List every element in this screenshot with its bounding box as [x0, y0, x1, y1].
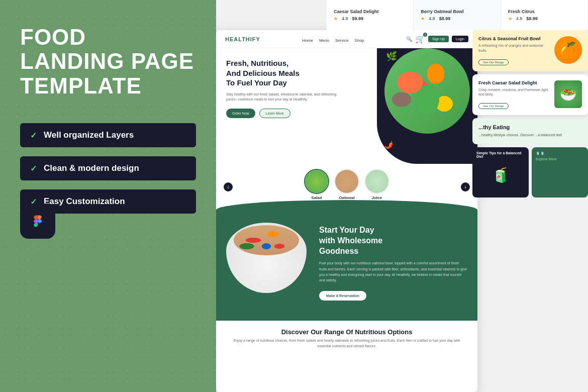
- caesar-info: Fresh Caesar Salad Delight Crisp romaine…: [478, 80, 549, 110]
- navbar: HEALTHIFY Home Menu Service Shop 🔍 🛒 3 S…: [216, 30, 477, 48]
- nav-actions: 🔍 🛒 3 Sign Up Login: [406, 34, 468, 44]
- food-img-juice: [364, 169, 389, 194]
- order-now-button[interactable]: Order Now: [226, 109, 255, 118]
- hero-buttons: Order Now Learn More: [226, 109, 337, 118]
- right-area: Caesar Salad Delight ★ 4.8 $9.99 Berry O…: [216, 0, 588, 392]
- healthy-section: ...thy Eating ...healthy lifestyle choic…: [472, 118, 588, 144]
- nav-links: Home Menu Service Shop: [303, 35, 364, 44]
- top-card-citrus-bottom: ★ 4.8 $8.99: [508, 16, 580, 21]
- citrus-image: 🍊: [554, 36, 582, 64]
- login-button[interactable]: Login: [452, 36, 468, 42]
- healthy-text: ...healthy lifestyle choices. Discover .…: [478, 133, 582, 138]
- top-card-caesar-title: Caesar Salad Delight: [334, 9, 406, 14]
- juice-cards: Simple Tips for a Balanced Diet 🧃 🥤🥤 Exp…: [472, 147, 588, 198]
- nav-link-service[interactable]: Service: [335, 38, 349, 43]
- cart-count: 3: [423, 33, 427, 37]
- discover-subtitle: Enjoy a range of nutritious choices, fro…: [226, 338, 467, 349]
- healthy-title: ...thy Eating: [478, 124, 582, 130]
- star-icon-berry: ★: [421, 16, 425, 21]
- top-card-citrus-price: $8.99: [526, 16, 538, 21]
- green-section: Start Your Daywith WholesomeGoodness Fue…: [216, 210, 477, 321]
- explore-more-link[interactable]: Explore More: [536, 157, 584, 161]
- top-card-caesar-rating: 4.8: [342, 16, 348, 21]
- salad-visual: [305, 170, 328, 193]
- feature-item-layers: ✓ Well organized Layers: [20, 123, 196, 147]
- caesar-btn[interactable]: See Our Range: [478, 103, 509, 109]
- citrus-btn[interactable]: See Our Range: [478, 59, 509, 65]
- browser-mockup: HEALTHIFY Home Menu Service Shop 🔍 🛒 3 S…: [216, 30, 477, 392]
- carousel-prev-button[interactable]: ‹: [224, 182, 233, 191]
- bowl-visual: [226, 223, 307, 293]
- signup-button[interactable]: Sign Up: [428, 36, 449, 42]
- top-card-citrus-rating: 4.8: [516, 16, 523, 21]
- feature-label-design: Clean & modern design: [44, 163, 139, 173]
- star-icon-citrus: ★: [508, 16, 512, 21]
- food-name-salad: Salad: [311, 195, 322, 200]
- top-card-berry-price: $8.99: [439, 16, 451, 21]
- food-name-oatmeal: Oatmeal: [339, 195, 355, 200]
- hero-salad-image: [382, 48, 472, 149]
- top-card-berry-rating: 4.8: [429, 16, 435, 21]
- feature-item-design: ✓ Clean & modern design: [20, 156, 196, 180]
- search-icon[interactable]: 🔍: [406, 36, 412, 42]
- caesar-image: 🥗: [554, 80, 582, 108]
- citrus-info: Citrus & Seasonal Fruit Bowl A refreshin…: [478, 36, 549, 65]
- oatmeal-bowl: [226, 223, 312, 303]
- top-card-caesar-bottom: ★ 4.8 $9.99: [334, 16, 406, 21]
- chili-decoration: 🌶️: [384, 141, 393, 149]
- green-text: Start Your Daywith WholesomeGoodness Fue…: [319, 223, 467, 301]
- main-title: FOODLANDING PAGETEMPLATE: [20, 25, 196, 98]
- food-card-salad: Salad $3.20: [304, 169, 329, 205]
- food-card-juice: Juice $3.20: [364, 169, 389, 205]
- nav-logo: HEALTHIFY: [225, 36, 260, 42]
- top-cards-strip: Caesar Salad Delight ★ 4.8 $9.99 Berry O…: [327, 0, 588, 30]
- nav-item-home[interactable]: Home: [303, 35, 313, 44]
- feature-label-custom: Easy Customization: [44, 197, 125, 207]
- cart-icon[interactable]: 🛒 3: [415, 34, 425, 44]
- feature-list: ✓ Well organized Layers ✓ Clean & modern…: [20, 123, 196, 214]
- caesar-title: Fresh Caesar Salad Delight: [478, 80, 549, 85]
- hero-subtitle: Stay healthy with our fresh salads, whol…: [226, 92, 337, 103]
- top-card-caesar-price: $9.99: [352, 16, 364, 21]
- discover-section: Discover Our Range Of Nutritious Options…: [216, 321, 477, 356]
- caesar-card: Fresh Caesar Salad Delight Crisp romaine…: [472, 74, 588, 116]
- juice-visual: [365, 170, 388, 193]
- citrus-card: Citrus & Seasonal Fruit Bowl A refreshin…: [472, 30, 588, 71]
- top-card-berry-bottom: ★ 4.8 $8.99: [421, 16, 493, 21]
- green-content: Start Your Daywith WholesomeGoodness Fue…: [226, 223, 467, 303]
- check-icon-design: ✓: [30, 164, 37, 173]
- reservation-button[interactable]: Make A Reservation: [319, 291, 366, 301]
- hero-text: Fresh, Nutritious,And Delicious MealsTo …: [226, 58, 337, 118]
- food-img-oatmeal: [334, 169, 359, 194]
- nav-link-shop[interactable]: Shop: [355, 38, 364, 43]
- green-heading: Start Your Daywith WholesomeGoodness: [319, 225, 467, 256]
- nav-link-menu[interactable]: Menu: [319, 38, 329, 43]
- juice-label: Simple Tips for a Balanced Diet: [476, 151, 525, 158]
- hero-section: 🌿 Fresh, Nutritious,And Delicious MealsT…: [216, 48, 477, 164]
- food-name-juice: Juice: [372, 195, 382, 200]
- juice-visual: 🧃: [476, 160, 525, 190]
- top-card-caesar: Caesar Salad Delight ★ 4.8 $9.99: [327, 0, 414, 30]
- top-card-berry-title: Berry Oatmeal Bowl: [421, 9, 493, 14]
- nav-item-menu[interactable]: Menu: [319, 35, 329, 44]
- salad-circle: [384, 48, 470, 134]
- left-panel: FOODLANDING PAGETEMPLATE ✓ Well organize…: [0, 0, 216, 392]
- nav-item-service[interactable]: Service: [335, 35, 349, 44]
- right-cards: Citrus & Seasonal Fruit Bowl A refreshin…: [472, 30, 588, 392]
- nav-item-shop[interactable]: Shop: [355, 35, 364, 44]
- carousel-next-button[interactable]: ›: [461, 182, 470, 191]
- left-content: FOODLANDING PAGETEMPLATE ✓ Well organize…: [0, 0, 216, 259]
- hero-title: Fresh, Nutritious,And Delicious MealsTo …: [226, 58, 337, 88]
- nav-link-home[interactable]: Home: [303, 38, 313, 43]
- caesar-desc: Crisp romaine, croutons, and Parmesan li…: [478, 87, 549, 97]
- juice-card-dark: Simple Tips for a Balanced Diet 🧃: [472, 147, 529, 198]
- citrus-desc: A refreshing mix of oranges and seasonal…: [478, 43, 549, 53]
- juice-label-green: 🥤🥤: [536, 151, 584, 155]
- learn-more-button[interactable]: Learn More: [259, 109, 290, 118]
- top-card-citrus-title: Fresh Citrus: [508, 9, 580, 14]
- figma-logo: [20, 204, 55, 239]
- discover-title: Discover Our Range Of Nutritious Options: [226, 328, 467, 336]
- star-icon-caesar: ★: [334, 16, 338, 21]
- food-img-salad: [304, 169, 329, 194]
- top-card-citrus: Fresh Citrus ★ 4.8 $8.99: [501, 0, 588, 30]
